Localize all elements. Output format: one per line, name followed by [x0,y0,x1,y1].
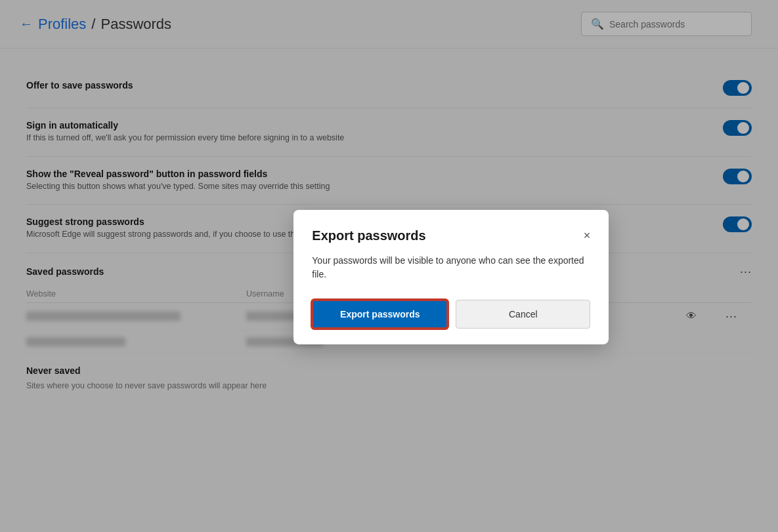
cancel-button[interactable]: Cancel [456,299,590,328]
dialog-title: Export passwords [312,228,425,243]
export-passwords-button[interactable]: Export passwords [312,299,448,328]
dialog-body: Your passwords will be visible to anyone… [312,253,590,281]
page-container: ← Profiles / Passwords 🔍 Offer to save p… [0,0,778,532]
dialog-close-button[interactable]: × [584,230,591,241]
dialog-header: Export passwords × [312,228,590,243]
dialog-actions: Export passwords Cancel [312,299,590,328]
export-passwords-dialog: Export passwords × Your passwords will b… [293,209,609,344]
